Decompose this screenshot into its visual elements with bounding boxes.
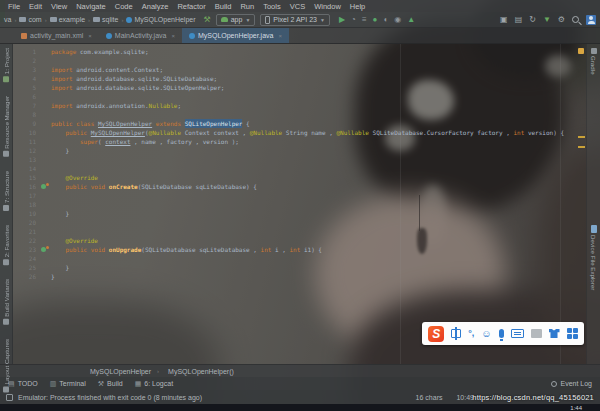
breadcrumb-item[interactable]: example (50, 16, 85, 23)
close-icon[interactable]: × (278, 33, 282, 39)
menu-item-refactor[interactable]: Refactor (177, 2, 205, 11)
code-line: 15 @Override (13, 173, 586, 182)
breadcrumb-item[interactable]: sqlite (93, 16, 118, 23)
gutter-icon-slot (39, 200, 51, 209)
breadcrumb-label: example (59, 16, 85, 23)
search-icon[interactable] (572, 16, 579, 23)
code-token: androidx.annotation. (76, 101, 148, 110)
code-line: 3import android.content.Context; (13, 65, 586, 74)
code-token: import (51, 65, 76, 74)
tool-window-button-6-logcat[interactable]: ▦6: Logcat (135, 380, 173, 388)
tool-window-switcher-icon[interactable] (6, 394, 13, 401)
coverage-icon[interactable]: ◐ (383, 15, 388, 24)
tool-window-device-file-explorer[interactable]: Device File Explorer (590, 225, 597, 290)
chevron-down-icon: ▼ (320, 17, 325, 23)
attach-debugger-icon[interactable]: ▲ (407, 15, 415, 24)
microphone-icon[interactable] (499, 329, 504, 338)
inspection-status-icon[interactable] (578, 48, 584, 54)
tool-window-build-variants[interactable]: Build Variants (3, 279, 10, 325)
bottom-breadcrumb-item[interactable]: MySQLOpenHelper() (168, 368, 234, 375)
breadcrumb-item[interactable]: va (4, 16, 11, 23)
breadcrumb-item[interactable]: MySQLOpenHelper (126, 16, 195, 23)
menu-item-vcs[interactable]: VCS (290, 2, 305, 11)
device-label: Pixel 2 API 23 (273, 16, 317, 23)
tab-mainactivity-java[interactable]: MainActivity.java× (99, 28, 182, 43)
handwriting-icon[interactable] (531, 329, 542, 338)
sdk-manager-icon[interactable]: ▼ (543, 15, 551, 24)
gutter-icon-slot (39, 173, 51, 182)
skin-icon[interactable] (549, 329, 560, 338)
device-manager-icon[interactable]: ▣ (500, 15, 508, 24)
tool-window-label: 1: Project (3, 48, 10, 74)
layout-inspector-icon[interactable]: ▤ (515, 15, 523, 24)
line-number: 17 (13, 191, 39, 200)
tool-window-button-terminal[interactable]: ▥Terminal (50, 380, 86, 388)
menu-item-view[interactable]: View (51, 2, 67, 11)
keyboard-icon[interactable] (511, 329, 524, 338)
tool-window-button-build[interactable]: ⚒Build (98, 380, 123, 388)
build-hammer-icon[interactable]: ⚒ (204, 15, 211, 24)
menu-item-window[interactable]: Window (314, 2, 341, 11)
tool-window-resource-manager[interactable]: Resource Manager (3, 96, 10, 157)
menu-item-run[interactable]: Run (240, 2, 254, 11)
tool-window-icon (3, 151, 9, 157)
line-number: 13 (13, 155, 39, 164)
sync-gradle-icon[interactable]: ↻ (529, 15, 536, 24)
play-icon[interactable]: ▶ (339, 15, 345, 24)
override-icon[interactable] (41, 184, 46, 189)
taskbar-strip: 1:44 (0, 404, 600, 411)
code-token: com.example.sqlite; (80, 47, 149, 56)
event-log-button[interactable]: Event Log (551, 380, 592, 387)
menu-item-tools[interactable]: Tools (263, 2, 281, 11)
breadcrumb-item[interactable]: com (19, 16, 41, 23)
run-config-select[interactable]: app ▼ (216, 14, 256, 26)
menu-item-edit[interactable]: Edit (29, 2, 42, 11)
tool-window-1-project[interactable]: 1: Project (3, 48, 10, 82)
code-token: MySQLOpenHelper (91, 128, 145, 137)
gutter-icon-slot (39, 272, 51, 281)
tool-window-button-todo[interactable]: ▤TODO (8, 380, 38, 388)
settings-icon[interactable]: ⚙ (558, 15, 565, 24)
avatar[interactable] (586, 15, 596, 25)
line-number: 23 (13, 245, 39, 254)
warning-stripe-mark[interactable] (578, 136, 585, 138)
profile-icon[interactable]: ◔ (351, 15, 356, 24)
tab-activity_main-xml[interactable]: activity_main.xml× (14, 28, 99, 43)
bottom-breadcrumb-item[interactable]: MySQLOpenHelper (90, 368, 151, 375)
override-icon[interactable] (41, 247, 46, 252)
selection-chars[interactable]: 16 chars (416, 394, 443, 401)
tool-window-layout-captures[interactable]: Layout Captures (3, 339, 10, 392)
punctuation-icon[interactable]: °, (468, 329, 474, 338)
emoji-icon[interactable]: ☺ (481, 329, 491, 339)
device-select[interactable]: Pixel 2 API 23 ▼ (260, 14, 330, 26)
tool-window-gradle[interactable]: Gradle (590, 48, 597, 75)
line-number: 5 (13, 83, 39, 92)
code-line: 21 (13, 227, 586, 236)
line-number: 19 (13, 209, 39, 218)
debug-icon[interactable]: ● (373, 15, 378, 24)
code-token (51, 182, 65, 191)
warning-stripe-mark[interactable] (578, 146, 585, 148)
profiler-icon[interactable]: ◉ (394, 15, 401, 24)
code-token: Nullable (149, 101, 178, 110)
menu-item-help[interactable]: Help (350, 2, 365, 11)
code-token: import (51, 83, 76, 92)
tool-window-7-structure[interactable]: 7: Structure (3, 171, 10, 211)
run-menu-icon[interactable]: ≡ (362, 15, 367, 24)
menu-item-file[interactable]: File (8, 2, 20, 11)
toolbox-icon[interactable] (567, 328, 579, 340)
code-line: 19 } (13, 209, 586, 218)
code-editor[interactable]: 1package com.example.sqlite;23import and… (13, 44, 586, 364)
sogou-ime-bar[interactable]: S °, ☺ (422, 322, 584, 345)
menu-item-analyze[interactable]: Analyze (142, 2, 169, 11)
close-icon[interactable]: × (88, 33, 92, 39)
gutter-icon-slot (39, 182, 51, 191)
close-icon[interactable]: × (171, 33, 175, 39)
chinese-english-toggle-icon[interactable] (451, 329, 461, 338)
tab-mysqlopenhelper-java[interactable]: MySQLOpenHelper.java× (182, 28, 289, 43)
sogou-logo[interactable]: S (428, 326, 444, 342)
menu-item-code[interactable]: Code (115, 2, 133, 11)
menu-item-build[interactable]: Build (215, 2, 232, 11)
menu-item-navigate[interactable]: Navigate (76, 2, 106, 11)
tool-window-2-favorites[interactable]: 2: Favorites (3, 225, 10, 265)
